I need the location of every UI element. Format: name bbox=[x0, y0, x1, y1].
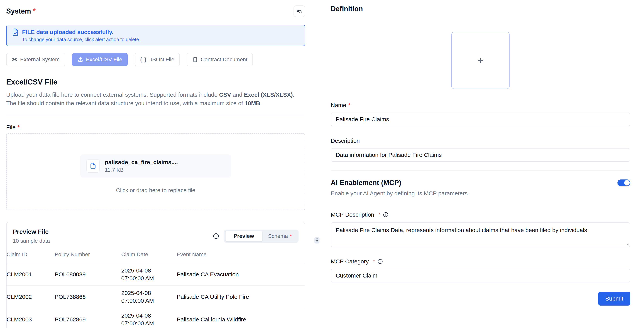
required-asterisk: * bbox=[18, 124, 20, 130]
alert-texts: FILE data uploaded successfully. To chan… bbox=[22, 28, 140, 42]
cell-claim-id: CLM2002 bbox=[6, 286, 55, 308]
file-size: 11.7 KB bbox=[105, 167, 178, 173]
file-label-text: File bbox=[6, 124, 16, 130]
table-header-row: Claim ID Policy Number Claim Date Event … bbox=[6, 251, 305, 263]
claim-date: 2025-04-08 bbox=[121, 267, 177, 274]
desc-part-bold: CSV bbox=[219, 91, 231, 98]
tab-label: Contract Document bbox=[201, 56, 248, 63]
mcp-heading: AI Enablement (MCP) bbox=[331, 178, 401, 187]
file-meta: palisade_ca_fire_claims.... 11.7 KB bbox=[105, 159, 178, 173]
mcp-toggle[interactable] bbox=[618, 179, 630, 186]
uploader-description: Upload your data file here to connect ex… bbox=[6, 91, 305, 108]
tab-external-system[interactable]: External System bbox=[6, 53, 65, 66]
info-icon[interactable] bbox=[383, 212, 389, 218]
claim-date: 2025-04-08 bbox=[121, 312, 177, 320]
resize-handle-icon[interactable] bbox=[626, 243, 629, 246]
segment-preview[interactable]: Preview bbox=[225, 231, 263, 242]
file-name: palisade_ca_fire_claims.... bbox=[105, 159, 178, 166]
claim-time: 07:00:00 AM bbox=[121, 320, 177, 327]
mcp-description-wrap: Palisade Fire Claims Data, represents in… bbox=[331, 222, 630, 248]
page-title: System* bbox=[6, 5, 36, 17]
required-asterisk: * bbox=[290, 233, 292, 239]
data-source-tabs: External System Excel/CSV File { } JSON … bbox=[6, 53, 305, 66]
uploaded-file-chip[interactable]: palisade_ca_fire_claims.... 11.7 KB bbox=[80, 154, 231, 177]
info-icon[interactable] bbox=[377, 259, 383, 264]
preview-title: Preview File bbox=[13, 228, 50, 236]
name-label-text: Name bbox=[331, 101, 346, 109]
document-icon bbox=[192, 57, 198, 62]
divider bbox=[331, 170, 630, 170]
mcp-category-label-row: MCP Category * bbox=[331, 258, 630, 265]
divider bbox=[6, 115, 305, 115]
tab-label: JSON File bbox=[150, 56, 174, 63]
cell-claim-id: CLM2003 bbox=[6, 308, 55, 328]
undo-button[interactable] bbox=[294, 5, 305, 17]
description-input[interactable] bbox=[331, 148, 630, 162]
submit-row: Submit bbox=[331, 292, 630, 306]
claim-time: 07:00:00 AM bbox=[121, 274, 177, 282]
name-label: Name* bbox=[331, 101, 630, 109]
file-dropzone[interactable]: palisade_ca_fire_claims.... 11.7 KB Clic… bbox=[6, 134, 305, 210]
desc-part: . bbox=[260, 100, 262, 106]
tab-label: Excel/CSV File bbox=[86, 56, 122, 63]
page-title-text: System bbox=[6, 7, 31, 15]
toggle-knob bbox=[624, 180, 630, 185]
col-policy-number: Policy Number bbox=[55, 251, 121, 263]
link-icon bbox=[12, 57, 18, 62]
desc-part: and bbox=[231, 91, 244, 98]
drop-hint: Click or drag here to replace file bbox=[116, 187, 195, 194]
uploader-heading: Excel/CSV File bbox=[6, 77, 305, 87]
system-panel: System* FILE data uploaded successfully.… bbox=[6, 0, 305, 328]
name-input[interactable] bbox=[331, 113, 630, 126]
cell-claim-date: 2025-04-08 07:00:00 AM bbox=[121, 286, 177, 308]
segment-schema[interactable]: Schema* bbox=[262, 231, 298, 241]
tab-label: External System bbox=[20, 56, 60, 63]
cell-event-name: Palisade California Wildfire bbox=[177, 308, 305, 328]
panel-resize-handle[interactable] bbox=[314, 237, 320, 243]
preview-subtitle: 10 sample data bbox=[13, 237, 50, 244]
desc-part: Upload your data file here to connect ex… bbox=[6, 91, 219, 98]
file-icon-tile bbox=[86, 159, 100, 173]
cell-claim-id: CLM2001 bbox=[6, 263, 55, 286]
image-upload-box[interactable]: + bbox=[452, 32, 510, 89]
alert-title: FILE data uploaded successfully. bbox=[22, 28, 140, 36]
required-asterisk: * bbox=[33, 7, 36, 15]
mcp-description-label: MCP Description bbox=[331, 211, 374, 218]
description-label-text: Description bbox=[331, 137, 360, 145]
claim-time: 07:00:00 AM bbox=[121, 297, 177, 305]
required-asterisk: * bbox=[379, 213, 380, 216]
tab-contract-document[interactable]: Contract Document bbox=[187, 53, 253, 66]
system-header: System* bbox=[6, 5, 305, 17]
mcp-description-textarea[interactable]: Palisade Fire Claims Data, represents in… bbox=[331, 222, 630, 247]
required-asterisk: * bbox=[348, 101, 350, 109]
mcp-category-input[interactable] bbox=[331, 269, 630, 282]
preview-header: Preview File 10 sample data Preview Sche… bbox=[6, 228, 305, 244]
plus-icon: + bbox=[478, 55, 483, 66]
tab-excel-csv-file[interactable]: Excel/CSV File bbox=[72, 53, 128, 66]
submit-button[interactable]: Submit bbox=[598, 292, 630, 306]
required-asterisk: * bbox=[373, 260, 374, 263]
panel-divider bbox=[317, 0, 317, 328]
mcp-category-label: MCP Category bbox=[331, 258, 369, 265]
alert-subtitle: To change your data source, click alert … bbox=[22, 36, 140, 42]
cell-event-name: Palisade CA Evacuation bbox=[177, 263, 305, 286]
preview-controls: Preview Schema* bbox=[213, 230, 298, 243]
segment-schema-label: Schema bbox=[268, 233, 288, 239]
cell-policy-number: POL762869 bbox=[55, 308, 121, 328]
mcp-header: AI Enablement (MCP) bbox=[331, 178, 630, 187]
col-claim-id: Claim ID bbox=[6, 251, 55, 263]
table-row: CLM2001 POL680089 2025-04-08 07:00:00 AM… bbox=[6, 263, 305, 286]
desc-part-bold: Excel (XLS/XLSX) bbox=[244, 91, 293, 98]
upload-success-alert[interactable]: FILE data uploaded successfully. To chan… bbox=[6, 25, 305, 46]
table-row: CLM2002 POL738866 2025-04-08 07:00:00 AM… bbox=[6, 286, 305, 308]
col-claim-date: Claim Date bbox=[121, 251, 177, 263]
info-icon[interactable] bbox=[213, 233, 219, 239]
file-check-icon bbox=[11, 28, 19, 36]
tab-json-file[interactable]: { } JSON File bbox=[135, 53, 180, 66]
preview-table: Claim ID Policy Number Claim Date Event … bbox=[6, 251, 305, 328]
cell-event-name: Palisade CA Utility Pole Fire bbox=[177, 286, 305, 308]
preview-schema-switch: Preview Schema* bbox=[224, 230, 298, 243]
file-field-label: File* bbox=[6, 123, 305, 131]
claim-date: 2025-04-08 bbox=[121, 289, 177, 297]
file-icon bbox=[89, 162, 97, 169]
